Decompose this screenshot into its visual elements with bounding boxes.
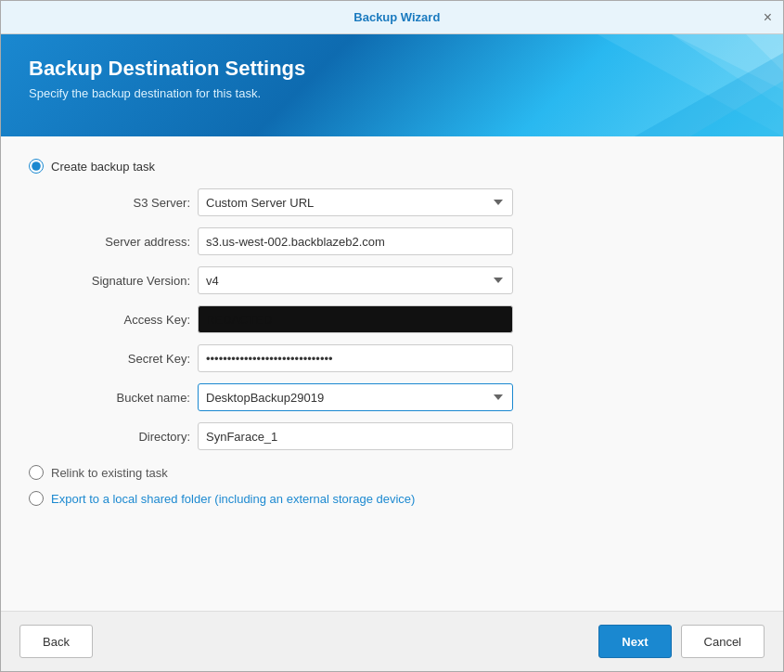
secret-key-label: Secret Key: [51,352,190,366]
header-banner: Backup Destination Settings Specify the … [1,34,783,136]
create-backup-radio[interactable] [29,159,44,174]
s3-server-row: S3 Server: Custom Server URL Amazon S3 O… [51,188,755,216]
access-key-control [198,305,513,333]
close-button[interactable]: × [764,10,772,25]
access-key-row: Access Key: [51,305,755,333]
directory-row: Directory: [51,422,755,450]
relink-radio-row: Relink to existing task [29,465,755,480]
backup-wizard-window: Backup Wizard × Backup Destination Setti… [0,0,784,672]
bucket-name-label: Bucket name: [51,391,190,405]
bucket-name-select[interactable]: DesktopBackup29019 [198,383,513,411]
header-title: Backup Destination Settings [29,57,755,81]
cancel-button[interactable]: Cancel [681,625,765,658]
export-label[interactable]: Export to a local shared folder (includi… [51,492,415,506]
secret-key-row: Secret Key: [51,344,755,372]
directory-control [198,422,513,450]
next-button[interactable]: Next [598,625,671,658]
title-bar: Backup Wizard × [1,1,783,34]
export-radio[interactable] [29,491,44,506]
directory-input[interactable] [198,422,513,450]
signature-version-control: v4 v2 [198,266,513,294]
secret-key-input[interactable] [198,344,513,372]
server-address-control [198,227,513,255]
access-key-input[interactable] [198,305,513,333]
access-key-label: Access Key: [51,313,190,327]
bucket-name-control: DesktopBackup29019 [198,383,513,411]
directory-label: Directory: [51,430,190,444]
server-address-row: Server address: [51,227,755,255]
server-address-input[interactable] [198,227,513,255]
signature-version-row: Signature Version: v4 v2 [51,266,755,294]
signature-version-select[interactable]: v4 v2 [198,266,513,294]
form-section: S3 Server: Custom Server URL Amazon S3 O… [51,188,755,450]
bucket-name-row: Bucket name: DesktopBackup29019 [51,383,755,411]
svg-marker-0 [598,34,783,136]
secret-key-control [198,344,513,372]
create-backup-radio-row: Create backup task [29,159,755,174]
footer-left: Back [19,625,93,658]
export-radio-row: Export to a local shared folder (includi… [29,491,755,506]
s3-server-label: S3 Server: [51,196,190,210]
s3-server-select[interactable]: Custom Server URL Amazon S3 Other [198,188,513,216]
create-backup-label[interactable]: Create backup task [51,160,155,174]
server-address-label: Server address: [51,235,190,249]
relink-radio[interactable] [29,465,44,480]
footer-right: Next Cancel [598,625,765,658]
header-subtitle: Specify the backup destination for this … [29,86,755,100]
footer: Back Next Cancel [1,611,783,671]
content-area: Create backup task S3 Server: Custom Ser… [1,136,783,611]
header-decoration [486,34,783,136]
signature-version-label: Signature Version: [51,274,190,288]
relink-label[interactable]: Relink to existing task [51,466,168,480]
window-title: Backup Wizard [31,10,764,24]
s3-server-control: Custom Server URL Amazon S3 Other [198,188,513,216]
back-button[interactable]: Back [19,625,93,658]
